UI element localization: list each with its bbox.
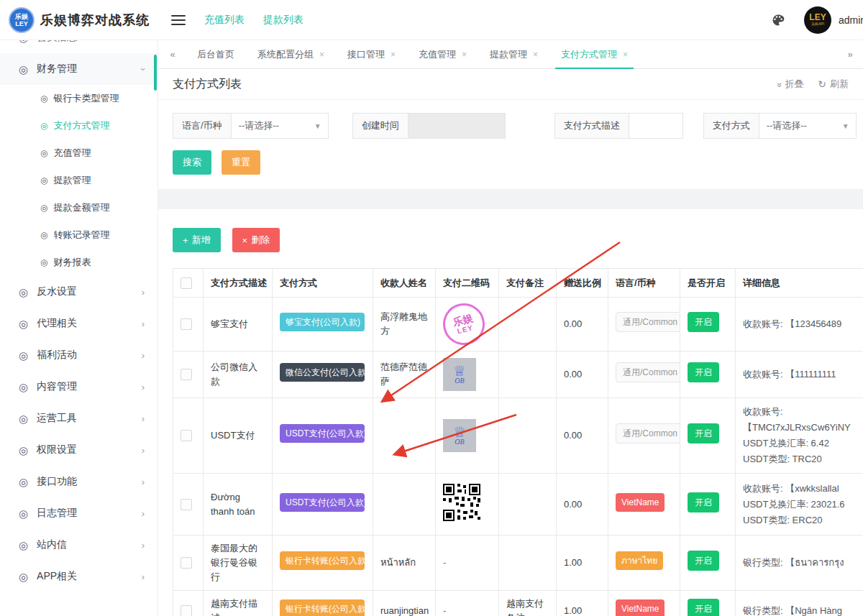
tab-close-icon[interactable]: × (623, 50, 628, 60)
sidebar-item-label: 运营工具 (37, 412, 77, 425)
cell-enabled: 开启 (680, 474, 736, 535)
cell-details: 银行类型: 【ธนาคารกรุง (736, 535, 863, 591)
filter-label: 创建时间 (352, 113, 408, 139)
search-button[interactable]: 搜索 (173, 150, 211, 175)
sidebar-item-label: 站内信 (37, 538, 67, 551)
sidebar-nav: ◎会员信息◎财务管理›◎银行卡类型管理◎支付方式管理◎充值管理◎提款管理◎提款金… (0, 40, 158, 616)
row-checkbox[interactable] (181, 318, 192, 330)
column-header-支付方式描述: 支付方式描述 (204, 269, 273, 298)
sidebar-item-代理相关[interactable]: ◎代理相关› (0, 308, 157, 339)
sidebar-item-日志管理[interactable]: ◎日志管理› (0, 497, 157, 529)
filter-select-语言/币种[interactable]: --请选择--▼ (231, 113, 329, 139)
chevron-right-icon: › (142, 382, 145, 392)
row-checkbox[interactable] (181, 369, 192, 380)
tab-提款管理[interactable]: 提款管理× (478, 40, 549, 68)
tab-接口管理[interactable]: 接口管理× (336, 40, 407, 68)
tabs-scroll-right-icon[interactable]: » (836, 40, 863, 68)
sidebar-item-银行卡类型管理[interactable]: ◎银行卡类型管理 (0, 85, 157, 112)
hamburger-menu-icon[interactable] (171, 15, 186, 25)
detail-line: USDT类型: ERC20 (743, 512, 863, 528)
theme-palette-icon[interactable] (771, 13, 785, 27)
top-nav-link-1[interactable]: 充值列表 (204, 14, 245, 27)
chevron-right-icon: › (142, 445, 145, 456)
select-all-checkbox[interactable] (181, 277, 192, 289)
sidebar-item-提款金额管理[interactable]: ◎提款金额管理 (0, 194, 157, 221)
sidebar-item-提款管理[interactable]: ◎提款管理 (0, 167, 157, 194)
enabled-toggle-badge[interactable]: 开启 (688, 362, 719, 382)
chevron-down-icon: › (142, 64, 145, 75)
sidebar-scrollbar[interactable] (154, 55, 157, 91)
circle-icon: ◎ (19, 318, 28, 329)
enabled-toggle-badge[interactable]: 开启 (688, 551, 719, 571)
cell-details: 收款账号:【TMCt7xJLRxsCw6YiNYUSDT兑换汇率: 6.42US… (736, 398, 863, 474)
detail-line: USDT兑换汇率: 23021.6 (743, 497, 863, 512)
cell-qr-code: 乐娱LEY (436, 298, 499, 351)
filter-input-创建时间[interactable] (408, 113, 506, 139)
delete-button[interactable]: ×删除 (232, 228, 280, 252)
filter-label: 支付方式 (703, 113, 759, 139)
sidebar-item-label: 日志管理 (37, 507, 77, 520)
sidebar-item-接口功能[interactable]: ◎接口功能› (0, 466, 157, 497)
language-badge: VietName (616, 493, 665, 512)
sidebar-item-充值管理[interactable]: ◎充值管理 (0, 139, 157, 167)
user-avatar[interactable]: LEY 乐娱API (804, 6, 831, 34)
row-checkbox[interactable] (181, 557, 192, 569)
tab-close-icon[interactable]: × (533, 50, 538, 60)
refresh-button[interactable]: ↻ 刷新 (818, 78, 849, 91)
tab-close-icon[interactable]: × (462, 50, 467, 60)
sidebar-item-反水设置[interactable]: ◎反水设置› (0, 276, 157, 308)
sidebar-item-权限设置[interactable]: ◎权限设置› (0, 434, 157, 466)
sidebar-item-福利活动[interactable]: ◎福利活动› (0, 339, 157, 371)
reset-button[interactable]: 重置 (222, 150, 260, 175)
cell-enabled: 开启 (680, 591, 736, 616)
sidebar-item-label: 转账记录管理 (53, 229, 109, 242)
collapse-button[interactable]: » 折叠 (778, 78, 804, 91)
row-select-cell (173, 535, 204, 591)
username-link[interactable]: admin (839, 14, 863, 26)
tabs-scroll-left-icon[interactable]: « (158, 40, 186, 68)
language-badge: VietName (616, 599, 665, 616)
enabled-toggle-badge[interactable]: 开启 (688, 599, 719, 616)
sidebar-item-站内信[interactable]: ◎站内信› (0, 529, 157, 561)
tab-label: 后台首页 (197, 48, 234, 61)
sidebar-group-finance[interactable]: ◎财务管理› (0, 53, 157, 85)
cell-enabled: 开启 (680, 535, 736, 591)
circle-icon: ◎ (19, 413, 28, 424)
enabled-toggle-badge[interactable]: 开启 (688, 423, 719, 443)
row-select-cell (173, 398, 204, 474)
tab-系统配置分组[interactable]: 系统配置分组× (246, 40, 336, 68)
enabled-toggle-badge[interactable]: 开启 (688, 312, 719, 332)
tab-后台首页[interactable]: 后台首页 (186, 40, 246, 68)
payment-methods-table: 支付方式描述支付方式收款人姓名支付二维码支付备注赠送比例语言/币种是否开启详细信… (173, 268, 863, 616)
sidebar-item-label: 充值管理 (53, 147, 91, 160)
row-checkbox[interactable] (181, 605, 192, 616)
enabled-toggle-badge[interactable]: 开启 (688, 492, 719, 512)
sidebar-item-财务报表[interactable]: ◎财务报表 (0, 249, 157, 276)
tab-支付方式管理[interactable]: 支付方式管理× (549, 40, 639, 68)
sidebar-item-转账记录管理[interactable]: ◎转账记录管理 (0, 221, 157, 249)
tab-close-icon[interactable]: × (391, 50, 396, 60)
brand-logo-line2: LEY (15, 20, 28, 27)
row-checkbox[interactable] (181, 499, 192, 510)
circle-icon: ◎ (40, 203, 47, 213)
sidebar-item-运营工具[interactable]: ◎运营工具› (0, 403, 157, 434)
row-checkbox[interactable] (181, 430, 192, 441)
x-icon: × (242, 235, 248, 246)
filter-input-支付方式描述[interactable] (629, 113, 683, 139)
detail-line: USDT类型: TRC20 (743, 451, 863, 467)
sidebar-item-内容管理[interactable]: ◎内容管理› (0, 371, 157, 403)
cell-bonus-ratio: 0.00 (557, 398, 608, 474)
sidebar-item-APP相关[interactable]: ◎APP相关› (0, 561, 157, 592)
add-button[interactable]: +新增 (173, 228, 221, 252)
filter-select-支付方式[interactable]: --请选择--▼ (759, 113, 857, 139)
sidebar-item-partial[interactable]: ◎会员信息 (0, 40, 157, 53)
avatar-text: LEY (809, 13, 826, 22)
cell-language: 通用/Common (608, 398, 680, 474)
tab-close-icon[interactable]: × (319, 50, 324, 60)
sidebar-item-支付方式管理[interactable]: ◎支付方式管理 (0, 112, 157, 139)
top-nav-link-2[interactable]: 提款列表 (263, 14, 303, 27)
row-select-cell (173, 474, 204, 535)
circle-icon: ◎ (19, 508, 28, 519)
tab-充值管理[interactable]: 充值管理× (407, 40, 478, 68)
cell-method-badge: USDT支付(公司入款) (273, 398, 373, 474)
